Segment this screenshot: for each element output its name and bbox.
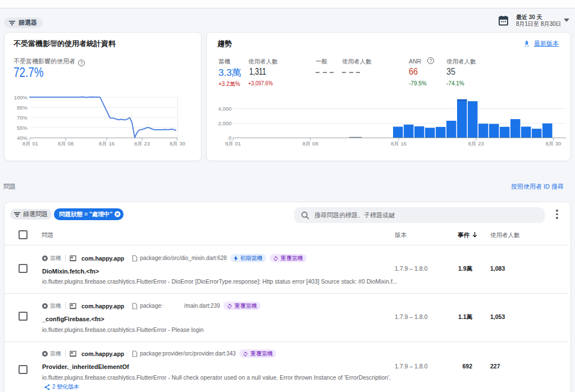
- svg-text:8月 16: 8月 16: [99, 140, 115, 147]
- svg-text:8月 01: 8月 01: [225, 140, 241, 147]
- svg-text:8月 23: 8月 23: [134, 140, 150, 147]
- svg-text:85%: 85%: [17, 104, 28, 111]
- svg-text:8月 16: 8月 16: [391, 140, 407, 147]
- svg-text:8月 08: 8月 08: [303, 140, 318, 147]
- svg-text:4,000: 4,000: [218, 106, 232, 112]
- svg-text:8月 30: 8月 30: [545, 140, 561, 147]
- svg-text:70%: 70%: [17, 115, 28, 121]
- svg-text:40%: 40%: [17, 135, 28, 141]
- svg-text:8月 23: 8月 23: [468, 140, 484, 147]
- svg-text:8月 01: 8月 01: [22, 140, 38, 147]
- svg-text:8月 30: 8月 30: [170, 140, 185, 147]
- svg-text:100%: 100%: [14, 94, 28, 101]
- svg-text:2,000: 2,000: [218, 120, 232, 126]
- svg-text:8月 08: 8月 08: [58, 140, 74, 147]
- svg-text:55%: 55%: [17, 125, 28, 131]
